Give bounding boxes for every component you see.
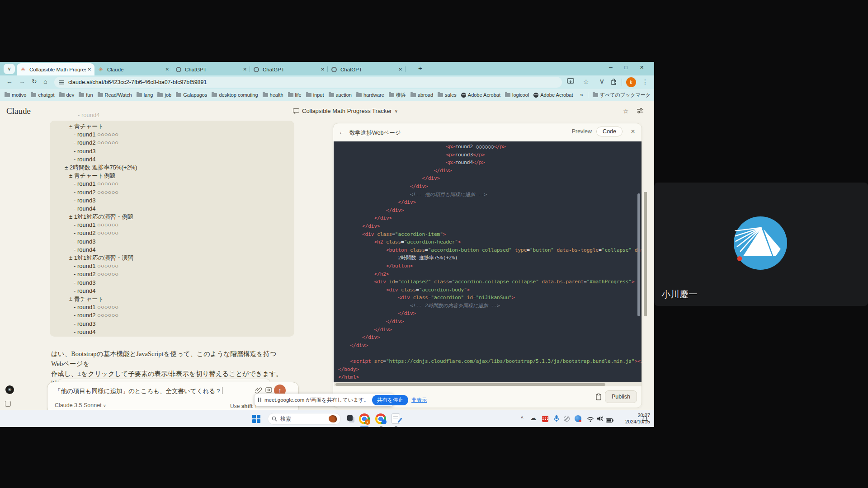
- code-vertical-scrollbar[interactable]: [637, 193, 640, 316]
- tray-red-app-icon[interactable]: [542, 416, 548, 422]
- browser-tab[interactable]: ChatGPT✕: [250, 63, 328, 75]
- tray-chevron-up-icon[interactable]: ^: [521, 415, 524, 422]
- battery-icon[interactable]: [606, 416, 613, 424]
- code-editor[interactable]: <p>round2 ○○○○○○</p> <p>round3</p> <p>ro…: [334, 141, 642, 382]
- tray-disabled-icon[interactable]: [564, 416, 570, 422]
- tree-line: - round3: [50, 238, 294, 246]
- bookmark-item[interactable]: motivo: [5, 92, 26, 98]
- code-line: </div>: [338, 222, 642, 230]
- chat-title-dropdown[interactable]: Collapsible Math Progress Tracker ∨: [293, 108, 398, 114]
- speaker-icon[interactable]: [597, 415, 604, 423]
- bookmark-item[interactable]: 横浜: [389, 92, 406, 99]
- code-line: <div class="accordion-item">: [338, 230, 642, 239]
- star-chat-icon[interactable]: ☆: [623, 108, 629, 115]
- chrome-secondary-icon[interactable]: [375, 413, 386, 424]
- search-icon: [272, 416, 277, 422]
- tab-code[interactable]: Code: [596, 127, 623, 136]
- onedrive-cloud-icon[interactable]: ☁: [530, 414, 537, 422]
- window-minimize-button[interactable]: ─: [609, 65, 613, 70]
- url-bar[interactable]: claude.ai/chat/b6423cc2-7fb6-46c8-ba07-b…: [54, 77, 562, 88]
- bookmark-item[interactable]: job: [157, 92, 171, 98]
- tab-close-icon[interactable]: ✕: [88, 67, 91, 72]
- browser-tab[interactable]: ✳Claude✕: [94, 63, 172, 75]
- kebab-menu-icon[interactable]: ⋮: [642, 78, 648, 85]
- artifact-panel: ← 数学進捗Webページ Preview Code ✕ <p>round2 ○○…: [333, 123, 642, 408]
- keyboard-shortcut-icon[interactable]: [5, 401, 11, 407]
- bookmark-item[interactable]: Galapagos: [176, 92, 207, 98]
- tab-preview[interactable]: Preview: [567, 127, 596, 136]
- bookmark-item[interactable]: hardware: [356, 92, 384, 98]
- bookmark-item[interactable]: desktop comuting: [212, 92, 258, 98]
- extensions-puzzle-icon[interactable]: [610, 78, 617, 87]
- cast-icon[interactable]: [567, 78, 574, 86]
- bookmark-label: hardware: [363, 92, 384, 98]
- bookmark-item[interactable]: dev: [59, 92, 75, 98]
- composer-input[interactable]: 「他の項目も同様に追加」のところも、全文書いてくれる？: [55, 387, 222, 395]
- window-maximize-button[interactable]: □: [624, 65, 627, 70]
- new-tab-button[interactable]: +: [418, 64, 422, 72]
- bookmark-item[interactable]: fun: [79, 92, 93, 98]
- bookmark-label: auction: [336, 92, 352, 98]
- tree-line: - round2 ○○○○○○: [50, 311, 294, 319]
- bookmark-item[interactable]: abroad: [410, 92, 433, 98]
- bookmark-item[interactable]: life: [288, 92, 302, 98]
- v-extension-icon[interactable]: V: [600, 78, 604, 85]
- notepad-taskbar-icon[interactable]: [392, 413, 400, 424]
- sliders-icon[interactable]: [637, 108, 644, 116]
- browser-tab[interactable]: ChatGPT✕: [328, 63, 406, 75]
- notification-bell-icon[interactable]: [642, 415, 648, 424]
- pause-icon[interactable]: [258, 398, 261, 402]
- site-settings-icon[interactable]: [59, 80, 64, 84]
- microphone-icon[interactable]: [553, 415, 560, 424]
- start-button[interactable]: [252, 415, 260, 423]
- bookmark-item[interactable]: health: [263, 92, 283, 98]
- wifi-icon[interactable]: [587, 416, 594, 424]
- tree-line: - round2 ○○○○○○: [50, 229, 294, 237]
- tab-close-icon[interactable]: ✕: [165, 67, 169, 72]
- browser-toolbar: ← → ↻ ⌂ claude.ai/chat/b6423cc2-7fb6-46c…: [0, 75, 654, 89]
- bookmark-item[interactable]: input: [306, 92, 324, 98]
- artifact-close-icon[interactable]: ✕: [631, 128, 635, 135]
- model-selector[interactable]: Claude 3.5 Sonnet ∨: [55, 402, 106, 408]
- reload-button[interactable]: ↻: [32, 78, 37, 85]
- publish-button[interactable]: Publish: [605, 390, 637, 403]
- forward-button[interactable]: →: [19, 78, 25, 85]
- chrome-taskbar-icon[interactable]: k: [359, 413, 370, 424]
- tab-close-icon[interactable]: ✕: [243, 67, 247, 72]
- bookmark-item[interactable]: chatgpt: [31, 92, 54, 98]
- taskbar-search[interactable]: 検索: [268, 413, 341, 425]
- back-button[interactable]: ←: [6, 78, 13, 85]
- code-line: <script src="https://cdnjs.cloudflare.co…: [338, 357, 642, 366]
- tab-search-button[interactable]: ∨: [4, 64, 15, 74]
- copy-icon[interactable]: [595, 393, 602, 402]
- profile-avatar[interactable]: k: [626, 77, 636, 87]
- claude-app-icon[interactable]: ✳: [5, 385, 14, 394]
- task-view-button[interactable]: [347, 415, 355, 423]
- artifact-back-icon[interactable]: ←: [339, 128, 345, 136]
- folder-icon: [59, 93, 65, 97]
- hide-notification-link[interactable]: 非表示: [411, 397, 427, 404]
- tab-close-icon[interactable]: ✕: [321, 67, 325, 72]
- bookmark-item[interactable]: Adobe Acrobat: [533, 92, 573, 98]
- bookmark-item[interactable]: logicool: [505, 92, 529, 98]
- tray-app-sphere-icon[interactable]: [575, 415, 581, 422]
- browser-tab[interactable]: ChatGPT✕: [172, 63, 250, 75]
- code-line: <p>round3</p>: [338, 151, 642, 159]
- tab-close-icon[interactable]: ✕: [399, 67, 402, 72]
- bookmarks-overflow-icon[interactable]: »: [580, 92, 583, 98]
- bookmark-star-icon[interactable]: ☆: [583, 78, 589, 85]
- bookmark-item[interactable]: auction: [329, 92, 352, 98]
- bookmark-item[interactable]: sales: [438, 92, 457, 98]
- bookmark-item[interactable]: lang: [137, 92, 153, 98]
- code-horizontal-scrollbar[interactable]: [334, 382, 642, 386]
- all-bookmarks-button[interactable]: すべてのブックマーク: [593, 92, 651, 99]
- window-close-button[interactable]: ✕: [640, 65, 644, 70]
- claude-logo[interactable]: Claude: [6, 106, 31, 116]
- scrollbar-thumb[interactable]: [335, 383, 605, 386]
- bookmark-item[interactable]: Read/Watch: [98, 92, 132, 98]
- stop-sharing-button[interactable]: 共有を停止: [372, 395, 408, 405]
- browser-tab[interactable]: ✳Collapsible Math Progress Track✕: [17, 63, 94, 75]
- page-scrollbar[interactable]: [644, 192, 647, 316]
- home-button[interactable]: ⌂: [43, 78, 47, 85]
- bookmark-item[interactable]: Adobe Acrobat: [461, 92, 500, 98]
